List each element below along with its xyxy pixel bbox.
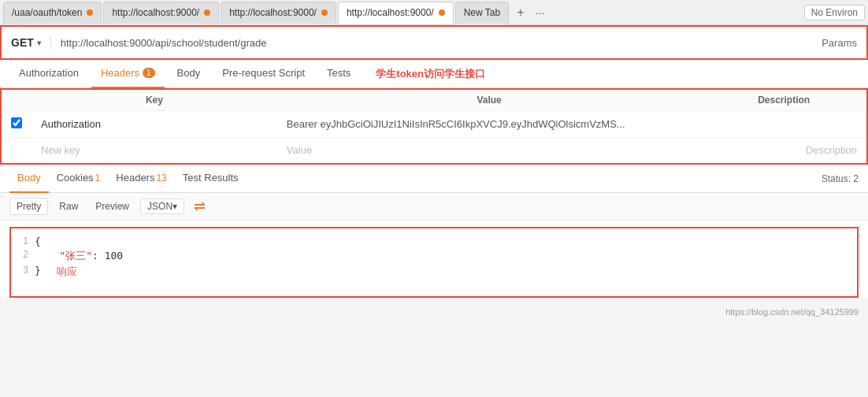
res-testresults-label: Test Results — [183, 172, 239, 184]
res-tab-headers[interactable]: Headers 13 — [108, 165, 175, 193]
authorization-label: Authorization — [19, 67, 79, 79]
tab-2-dot — [204, 9, 210, 16]
header-row-1-key: Authorization — [32, 111, 277, 138]
code-annotation: 响应 — [57, 265, 77, 279]
format-chevron-icon: ▾ — [172, 201, 177, 212]
col-check-header — [2, 90, 32, 111]
tab-annotation: 学生token访问学生接口 — [376, 67, 485, 81]
line-content-3: } — [35, 265, 41, 276]
res-cookies-badge: 1 — [95, 173, 101, 184]
response-section: Body Cookies 1 Headers 13 Test Results S… — [0, 165, 868, 298]
tab-new-button[interactable]: + — [510, 2, 530, 24]
preview-button[interactable]: Preview — [89, 198, 135, 214]
tab-body[interactable]: Body — [168, 60, 210, 88]
json-key-zhangsan: "张三" — [59, 250, 92, 262]
res-headers-label: Headers — [116, 172, 154, 184]
header-row-1-checkbox[interactable] — [11, 117, 22, 128]
col-key-header: Key — [32, 90, 277, 111]
res-tab-testresults[interactable]: Test Results — [175, 165, 247, 193]
header-new-check-cell — [2, 138, 32, 163]
headers-section: Key Value Description Authorization Bear… — [0, 88, 868, 165]
col-value-header: Value — [277, 90, 701, 111]
headers-table: Key Value Description Authorization Bear… — [2, 90, 866, 163]
method-label: GET — [11, 36, 34, 49]
json-val-100: 100 — [105, 250, 123, 262]
tab-2-label: http://localhost:9000/ — [112, 7, 199, 18]
tab-5-label: New Tab — [464, 7, 500, 18]
header-row-1-value: Bearer eyJhbGciOiJIUzI1NiIsInR5cCI6IkpXV… — [277, 111, 701, 138]
footer-url: https://blog.csdn.net/qq_34125999 — [725, 307, 859, 317]
header-new-key[interactable]: New key — [32, 138, 277, 163]
params-button[interactable]: Params — [822, 37, 857, 49]
res-headers-badge: 13 — [156, 173, 166, 184]
tab-prerequest[interactable]: Pre-request Script — [213, 60, 314, 88]
plus-icon: + — [517, 6, 524, 20]
pretty-button[interactable]: Pretty — [9, 198, 48, 215]
code-line-1: 1 { — [11, 235, 857, 248]
tab-authorization[interactable]: Authorization — [9, 60, 88, 88]
more-icon: ··· — [536, 6, 545, 19]
headers-badge: 1 — [143, 68, 155, 78]
method-select[interactable]: GET ▾ — [11, 36, 51, 49]
code-block: 1 { 2 "张三": 100 3 } 响应 — [9, 227, 859, 298]
res-cookies-label: Cookies — [57, 172, 94, 184]
footer: https://blog.csdn.net/qq_34125999 — [0, 304, 868, 320]
tab-5[interactable]: New Tab — [455, 2, 509, 24]
tab-1[interactable]: /uaa/oauth/token — [3, 2, 102, 24]
body-label: Body — [177, 67, 201, 79]
line-content-2: "张三": 100 — [35, 249, 123, 263]
header-new-row: New key Value Description — [2, 138, 866, 163]
tab-4[interactable]: http://localhost:9000/ — [338, 2, 454, 24]
prerequest-label: Pre-request Script — [222, 67, 305, 79]
tab-3-dot — [321, 9, 328, 16]
header-new-value[interactable]: Value — [277, 138, 701, 163]
headers-label: Headers — [101, 67, 139, 79]
line-num-2: 2 — [11, 249, 35, 260]
col-desc-header: Description — [701, 90, 866, 111]
env-label: No Environ — [811, 7, 858, 18]
tab-4-dot — [439, 9, 445, 16]
header-row-1: Authorization Bearer eyJhbGciOiJIUzI1NiI… — [2, 111, 866, 138]
format-bar: Pretty Raw Preview JSON ▾ ⇌ — [0, 193, 868, 221]
request-tabs-bar: Authorization Headers 1 Body Pre-request… — [0, 60, 868, 88]
code-line-2: 2 "张三": 100 — [11, 248, 857, 264]
tab-more-button[interactable]: ··· — [531, 2, 550, 24]
tab-1-dot — [87, 9, 93, 16]
response-tabs-bar: Body Cookies 1 Headers 13 Test Results S… — [0, 165, 868, 193]
tab-3-label: http://localhost:9000/ — [229, 7, 317, 18]
header-row-1-desc — [701, 111, 866, 138]
json-colon: : — [92, 250, 105, 262]
format-select[interactable]: JSON ▾ — [140, 198, 184, 214]
res-tab-cookies[interactable]: Cookies 1 — [49, 165, 109, 193]
header-row-1-check-cell — [2, 111, 32, 138]
line-num-3: 3 — [11, 265, 35, 276]
tabs-bar: /uaa/oauth/token http://localhost:9000/ … — [0, 0, 868, 25]
url-bar: GET ▾ Params — [0, 25, 868, 60]
res-body-label: Body — [17, 172, 41, 184]
url-input[interactable] — [61, 37, 822, 49]
response-status: Status: 2 — [822, 173, 859, 184]
format-select-label: JSON — [147, 201, 172, 212]
tests-label: Tests — [327, 67, 351, 79]
tab-1-label: /uaa/oauth/token — [12, 7, 82, 18]
tab-3[interactable]: http://localhost:9000/ — [221, 2, 336, 24]
tab-tests[interactable]: Tests — [317, 60, 360, 88]
tab-headers[interactable]: Headers 1 — [91, 60, 165, 88]
header-new-desc[interactable]: Description — [701, 138, 866, 163]
tab-2[interactable]: http://localhost:9000/ — [103, 2, 219, 24]
line-num-1: 1 — [11, 236, 35, 247]
method-chevron-icon: ▾ — [37, 39, 41, 47]
code-line-3: 3 } 响应 — [11, 264, 857, 280]
raw-button[interactable]: Raw — [53, 198, 84, 214]
wrap-icon[interactable]: ⇌ — [194, 198, 206, 215]
res-tab-body[interactable]: Body — [9, 165, 49, 193]
env-badge[interactable]: No Environ — [804, 5, 865, 20]
tab-4-label: http://localhost:9000/ — [347, 7, 434, 18]
line-content-1: { — [35, 236, 41, 247]
